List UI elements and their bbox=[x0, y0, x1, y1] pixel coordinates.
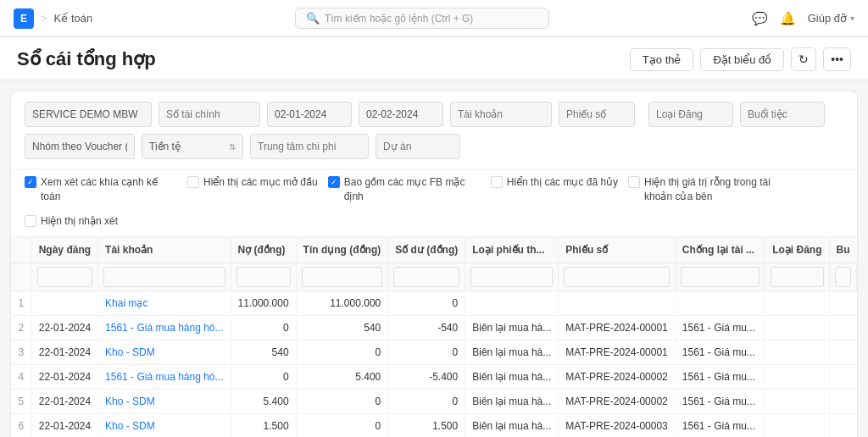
filter-cell-5 bbox=[465, 263, 559, 291]
cell-credit-row5: 0 bbox=[296, 414, 388, 437]
checkbox-cb2[interactable] bbox=[187, 176, 199, 188]
cell-account-row0: Khai mạc bbox=[98, 291, 231, 316]
cell-against-row4: 1561 - Giá mu... bbox=[675, 390, 765, 414]
filter-cell-7 bbox=[675, 263, 765, 291]
group-by-filter[interactable] bbox=[25, 134, 135, 159]
cell-journal-row2 bbox=[765, 340, 829, 365]
top-navigation: E > Kế toán 🔍 Tìm kiếm hoặc gõ lệnh (Ctr… bbox=[0, 0, 868, 37]
create-card-button[interactable]: Tạo thẻ bbox=[630, 48, 694, 71]
col-header-7: Chống lại tài ... bbox=[675, 237, 765, 263]
cell-date-row4: 22-01-2024 bbox=[31, 390, 97, 414]
cell-credit-row4: 0 bbox=[296, 390, 388, 414]
cost-center-filter[interactable] bbox=[250, 134, 369, 159]
col-filter-input-6[interactable] bbox=[564, 267, 670, 287]
date-to-filter[interactable] bbox=[359, 102, 443, 127]
set-chart-button[interactable]: Đặt biểu đồ bbox=[700, 48, 784, 71]
col-filter-input-8[interactable] bbox=[771, 267, 823, 287]
cell-voucher-no-row2: MAT-PRE-2024-00001 bbox=[559, 340, 676, 365]
table-wrap: Ngày đăngTài khoảnNợ (đồng)Tín dụng (đồn… bbox=[11, 237, 857, 437]
cell-debit-row5: 1.500 bbox=[231, 414, 296, 437]
col-filter-input-4[interactable] bbox=[393, 267, 459, 287]
checkbox-row: Xem xét các khía cạnh kế toánHiển thị cá… bbox=[11, 170, 857, 237]
company-filter[interactable] bbox=[25, 102, 152, 127]
account-number-filter[interactable] bbox=[159, 102, 260, 127]
nav-left: E > Kế toán bbox=[14, 8, 92, 29]
checkbox-label-cb3: Bao gồm các mục FB mặc định bbox=[344, 175, 481, 204]
cell-num-row1: 2 bbox=[11, 316, 31, 340]
cell-voucher-type-row4: Biên lại mua hà... bbox=[465, 390, 559, 414]
filter-cell-6 bbox=[559, 263, 676, 291]
col-filter-input-7[interactable] bbox=[681, 267, 760, 287]
currency-filter[interactable]: Tiền tệ ⇅ bbox=[142, 134, 243, 159]
cell-journal-row5 bbox=[765, 414, 829, 437]
checkbox-cb3[interactable] bbox=[328, 176, 340, 188]
col-filter-input-9[interactable] bbox=[835, 267, 852, 287]
checkbox-item-cb6: Hiện thị nhận xét bbox=[25, 214, 118, 229]
checkbox-cb1[interactable] bbox=[25, 176, 36, 188]
checkbox-cb5[interactable] bbox=[628, 176, 640, 188]
cell-account-row3: 1561 - Giá mua hàng hó... bbox=[98, 365, 231, 390]
cell-credit-row1: 540 bbox=[296, 316, 388, 340]
checkbox-cb4[interactable] bbox=[491, 176, 503, 188]
cell-voucher-type-row0 bbox=[465, 291, 559, 316]
table-row: 622-01-2024Kho - SDM1.50001.500Biên lại … bbox=[11, 414, 857, 437]
cell-voucher-type-row1: Biên lại mua hà... bbox=[465, 316, 559, 340]
cell-date-row0 bbox=[31, 291, 97, 316]
col-filter-input-1[interactable] bbox=[103, 267, 225, 287]
col-header-4: Số dư (đồng) bbox=[388, 237, 465, 263]
header-actions: Tạo thẻ Đặt biểu đồ ↻ ••• bbox=[630, 47, 851, 71]
filter-cell-2 bbox=[231, 263, 296, 291]
checkbox-item-cb2: Hiển thị các mục mở đầu bbox=[187, 175, 318, 190]
cell-debit-row2: 540 bbox=[231, 340, 296, 365]
cell-journal-row4 bbox=[765, 390, 829, 414]
col-filter-input-0[interactable] bbox=[37, 267, 92, 287]
project-filter[interactable] bbox=[376, 134, 460, 159]
search-bar[interactable]: 🔍 Tìm kiếm hoặc gõ lệnh (Ctrl + G) bbox=[295, 8, 549, 29]
cell-voucher-no-row0 bbox=[559, 291, 676, 316]
col-header-3: Tín dụng (đồng) bbox=[296, 237, 388, 263]
date-from-filter[interactable] bbox=[267, 102, 352, 127]
notification-icon[interactable]: 🔔 bbox=[780, 11, 796, 26]
col-row-num bbox=[11, 237, 31, 263]
app-icon[interactable]: E bbox=[14, 8, 34, 29]
cell-date-row5: 22-01-2024 bbox=[31, 414, 97, 437]
cell-balance-row3: -5.400 bbox=[388, 365, 465, 390]
cell-account-row1: 1561 - Giá mua hàng hó... bbox=[98, 316, 231, 340]
more-options-button[interactable]: ••• bbox=[823, 47, 851, 71]
cell-num-row2: 3 bbox=[11, 340, 31, 365]
col-filter-input-2[interactable] bbox=[236, 267, 291, 287]
party-filter[interactable] bbox=[740, 102, 825, 127]
cell-num-row3: 4 bbox=[11, 365, 31, 390]
cell-num-row5: 6 bbox=[11, 414, 31, 437]
cell-voucher-type-row3: Biên lại mua hà... bbox=[465, 365, 559, 390]
cell-date-row2: 22-01-2024 bbox=[31, 340, 97, 365]
help-button[interactable]: Giúp đỡ ▾ bbox=[808, 12, 854, 25]
chevron-down-icon: ▾ bbox=[850, 14, 854, 23]
checkbox-item-cb4: Hiển thị các mục đã hủy bbox=[491, 175, 618, 190]
filter-cell-4 bbox=[388, 263, 465, 291]
voucher-no-filter[interactable] bbox=[559, 102, 635, 127]
cell-account-row5: Kho - SDM bbox=[98, 414, 231, 437]
cell-journal-row0 bbox=[765, 291, 829, 316]
col-filter-input-3[interactable] bbox=[302, 267, 383, 287]
col-header-0: Ngày đăng bbox=[31, 237, 97, 263]
account-filter[interactable] bbox=[450, 102, 552, 127]
refresh-button[interactable]: ↻ bbox=[791, 47, 816, 71]
checkbox-cb6[interactable] bbox=[25, 215, 36, 227]
breadcrumb-separator: > bbox=[41, 12, 47, 25]
filter-cell-0 bbox=[31, 263, 97, 291]
cell-credit-row0: 11.000.000 bbox=[296, 291, 388, 316]
cell-against-row2: 1561 - Giá mu... bbox=[675, 340, 765, 365]
chat-icon[interactable]: 💬 bbox=[752, 11, 768, 26]
cell-balance-row0: 0 bbox=[388, 291, 465, 316]
checkbox-label-cb1: Xem xét các khía cạnh kế toán bbox=[41, 175, 177, 204]
col-header-2: Nợ (đồng) bbox=[231, 237, 296, 263]
cell-journal-row3 bbox=[765, 365, 829, 390]
checkbox-item-cb5: Hiện thị giá trị rỗng trong tài khoản củ… bbox=[628, 175, 781, 204]
col-filter-input-5[interactable] bbox=[470, 267, 553, 287]
table-row: 522-01-2024Kho - SDM5.40000Biên lại mua … bbox=[11, 390, 857, 414]
cell-voucher-no-row4: MAT-PRE-2024-00002 bbox=[559, 390, 676, 414]
journal-type-filter[interactable] bbox=[648, 102, 733, 127]
cell-account-row4: Kho - SDM bbox=[98, 390, 231, 414]
cell-against-row3: 1561 - Giá mu... bbox=[675, 365, 765, 390]
